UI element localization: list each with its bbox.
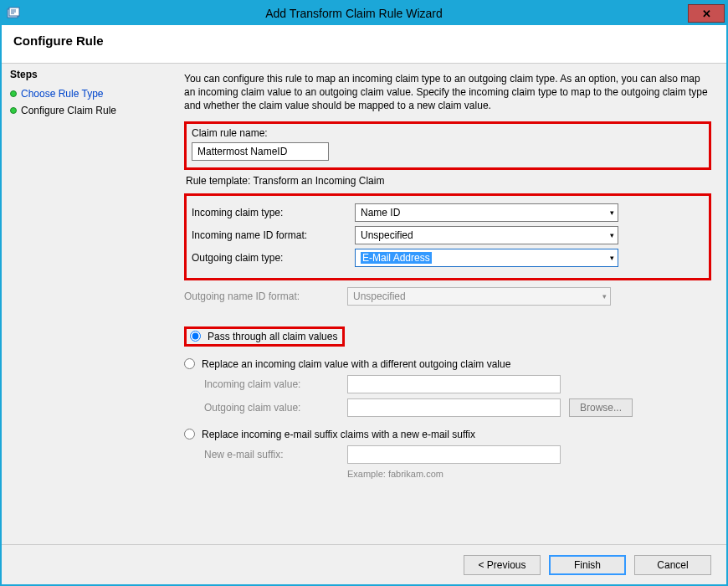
rule-name-input[interactable]	[192, 142, 329, 161]
rule-template-text: Rule template: Transform an Incoming Cla…	[186, 175, 711, 187]
incoming-type-label: Incoming claim type:	[192, 207, 355, 218]
incoming-format-label: Incoming name ID format:	[192, 229, 355, 241]
radio-replace-suffix-row: Replace incoming e-mail suffix claims wi…	[184, 429, 711, 440]
incoming-claim-value-label: Incoming claim value:	[204, 378, 347, 390]
incoming-claim-value-input	[347, 375, 561, 393]
close-icon: ✕	[702, 8, 711, 20]
radio-label: Replace an incoming claim value with a d…	[202, 358, 510, 370]
steps-heading: Steps	[10, 69, 167, 80]
new-suffix-label: New e-mail suffix:	[204, 449, 347, 460]
titlebar: Add Transform Claim Rule Wizard ✕	[2, 2, 726, 25]
previous-button[interactable]: < Previous	[464, 555, 541, 575]
cancel-button[interactable]: Cancel	[634, 555, 711, 575]
step-choose-rule-type[interactable]: Choose Rule Type	[10, 85, 167, 102]
rule-name-label: Claim rule name:	[192, 127, 704, 139]
chevron-down-icon: ▾	[610, 208, 614, 217]
step-label: Configure Claim Rule	[21, 105, 116, 116]
outgoing-claim-value-input	[347, 398, 561, 417]
main-panel: You can configure this rule to map an in…	[176, 64, 726, 544]
wizard-window: Add Transform Claim Rule Wizard ✕ Config…	[0, 0, 728, 586]
highlight-pass-through: Pass through all claim values	[184, 326, 345, 347]
radio-replace-value[interactable]	[184, 358, 195, 369]
radio-label: Replace incoming e-mail suffix claims wi…	[202, 429, 475, 440]
row-incoming-format: Incoming name ID format: Unspecified ▾	[192, 226, 704, 244]
new-suffix-input	[347, 445, 561, 464]
footer: < Previous Finish Cancel	[2, 544, 726, 584]
combo-value: Name ID	[361, 207, 400, 218]
window-title: Add Transform Claim Rule Wizard	[20, 7, 688, 20]
row-outgoing-claim-value: Outgoing claim value: Browse...	[204, 398, 711, 417]
outgoing-claim-value-label: Outgoing claim value:	[204, 402, 347, 414]
row-new-suffix: New e-mail suffix:	[204, 445, 711, 464]
radio-pass-through-row: Pass through all claim values	[184, 326, 711, 347]
combo-value: Unspecified	[361, 229, 413, 241]
example-hint: Example: fabrikam.com	[347, 469, 711, 479]
combo-value: E-Mail Address	[361, 252, 432, 264]
browse-button: Browse...	[569, 398, 633, 417]
app-icon	[7, 7, 20, 20]
row-outgoing-format: Outgoing name ID format: Unspecified ▾	[184, 287, 711, 306]
step-bullet-icon	[10, 90, 17, 97]
row-incoming-type: Incoming claim type: Name ID ▾	[192, 203, 704, 222]
page-title: Configure Rule	[13, 33, 715, 48]
steps-sidebar: Steps Choose Rule Type Configure Claim R…	[2, 64, 176, 544]
step-configure-claim-rule[interactable]: Configure Claim Rule	[10, 102, 167, 119]
incoming-format-combo[interactable]: Unspecified ▾	[355, 226, 618, 244]
close-button[interactable]: ✕	[688, 4, 725, 23]
step-bullet-icon	[10, 107, 17, 114]
outgoing-type-combo[interactable]: E-Mail Address ▾	[355, 249, 618, 267]
row-incoming-claim-value: Incoming claim value:	[204, 375, 711, 393]
radio-label: Pass through all claim values	[208, 331, 337, 342]
radio-replace-suffix[interactable]	[184, 429, 195, 440]
highlight-claim-mapping: Incoming claim type: Name ID ▾ Incoming …	[184, 193, 711, 280]
page-header: Configure Rule	[2, 25, 726, 64]
radio-replace-value-row: Replace an incoming claim value with a d…	[184, 358, 711, 370]
radio-pass-through[interactable]	[190, 331, 201, 342]
chevron-down-icon: ▾	[610, 231, 614, 239]
body: Steps Choose Rule Type Configure Claim R…	[2, 64, 726, 544]
highlight-rule-name: Claim rule name:	[184, 121, 711, 170]
row-outgoing-type: Outgoing claim type: E-Mail Address ▾	[192, 249, 704, 267]
combo-value: Unspecified	[353, 290, 406, 302]
outgoing-format-label: Outgoing name ID format:	[184, 290, 347, 302]
incoming-type-combo[interactable]: Name ID ▾	[355, 203, 618, 222]
chevron-down-icon: ▾	[610, 254, 614, 262]
description-text: You can configure this rule to map an in…	[184, 72, 711, 113]
step-label[interactable]: Choose Rule Type	[21, 88, 104, 100]
outgoing-type-label: Outgoing claim type:	[192, 252, 355, 264]
chevron-down-icon: ▾	[602, 292, 607, 301]
outgoing-format-combo: Unspecified ▾	[347, 287, 611, 306]
finish-button[interactable]: Finish	[549, 555, 626, 575]
